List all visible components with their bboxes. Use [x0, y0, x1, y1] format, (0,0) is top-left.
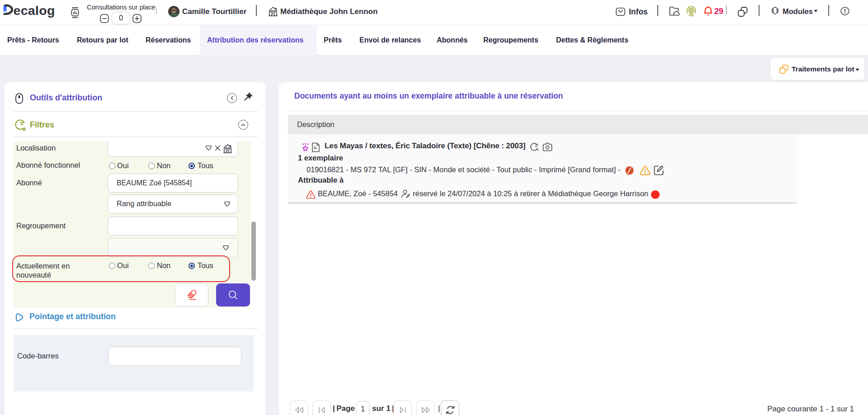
svg-text:ecalog: ecalog: [14, 3, 55, 18]
